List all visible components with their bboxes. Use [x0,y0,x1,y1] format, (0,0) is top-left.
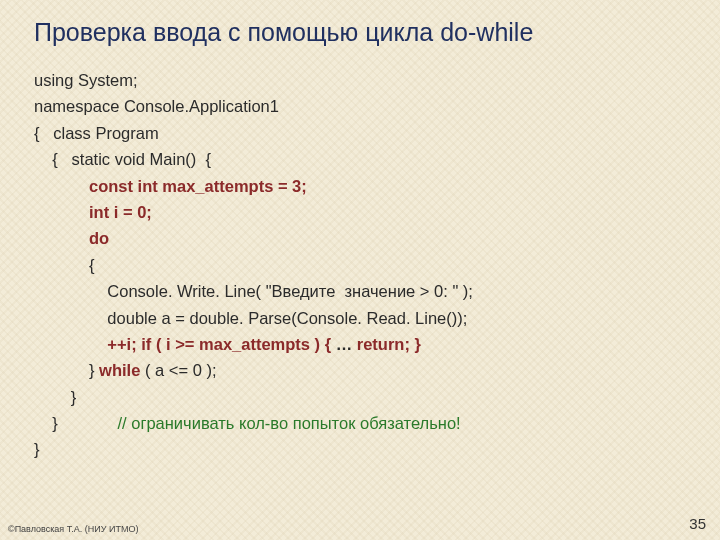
slide-title: Проверка ввода с помощью цикла do-while [34,18,692,47]
code-line: ++i; if ( i >= max_attempts ) { [34,335,336,353]
code-line: } [34,440,40,458]
keyword-do: do [34,229,109,247]
code-line: Console. Write. Line( "Введите значение … [34,282,473,300]
code-line: double a = double. Parse(Console. Read. … [34,309,467,327]
code-line: using System; [34,71,138,89]
page-number: 35 [689,515,706,532]
code-line: } [34,414,58,432]
code-line: } [34,388,76,406]
code-line: namespace Console.Application1 [34,97,279,115]
code-line: { class Program [34,124,159,142]
ellipsis: … [336,335,353,353]
code-block: using System; namespace Console.Applicat… [34,67,692,463]
code-line: { [34,256,95,274]
keyword-while: while [99,361,140,379]
footer-copyright: ©Павловская Т.А. (НИУ ИТМО) [8,524,138,534]
code-line: int i = 0; [34,203,152,221]
comment: // ограничивать кол-во попыток обязатель… [58,414,461,432]
code-line: return; } [352,335,421,353]
code-line: const int max_attempts = 3; [34,177,307,195]
code-line: ( a <= 0 ); [140,361,216,379]
code-line: } [34,361,99,379]
code-line: { static void Main() { [34,150,211,168]
